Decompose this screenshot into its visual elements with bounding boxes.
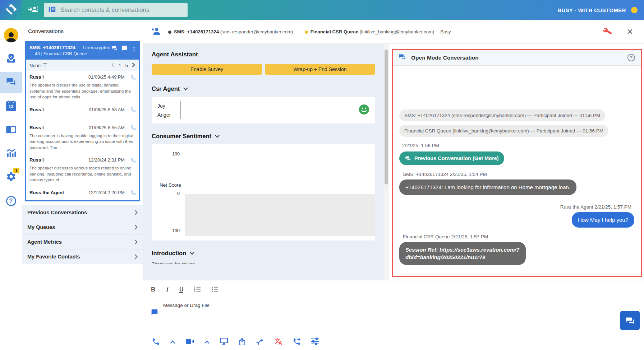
- consumer-sentiment-section[interactable]: Consumer Sentiment: [152, 133, 375, 140]
- smiley-face-icon: [359, 104, 369, 116]
- add-contact-icon[interactable]: [27, 5, 38, 15]
- agent-emotion-card: Joy Anger: [152, 97, 375, 123]
- conversation-list-item[interactable]: Russ I01/06/25 8:58 AM: [26, 104, 139, 122]
- message-history: SMS: +14026171324 (sms-responder@cmybank…: [393, 66, 641, 276]
- sidebar-item-calendar[interactable]: 12: [0, 95, 22, 117]
- scrollbar-track[interactable]: [384, 44, 389, 280]
- active-conversation-card[interactable]: SMS: +14026171324 — Unencrypted 43 | Fin…: [25, 41, 140, 201]
- ordered-list-button[interactable]: [194, 286, 201, 294]
- page-prev-icon[interactable]: [111, 62, 115, 69]
- message-meta: Financial CSR Queue 2/21/25, 1:57 PM: [403, 234, 488, 239]
- chat-icon[interactable]: [121, 45, 128, 53]
- active-conversation-header[interactable]: SMS: +14026171324 — Unencrypted 43 | Fin…: [26, 42, 139, 60]
- status-dot-icon: [631, 7, 638, 13]
- settings-sliders-button[interactable]: [311, 337, 319, 347]
- section-agent-metrics[interactable]: Agent Metrics: [22, 235, 143, 249]
- message-composer: B I U Message or Drag File: [143, 280, 644, 334]
- page-next-icon[interactable]: [132, 62, 135, 69]
- phone-call-icon[interactable]: [130, 125, 136, 132]
- sidebar-item-conversations[interactable]: [0, 72, 22, 93]
- more-options-icon[interactable]: ⋮: [131, 46, 137, 52]
- nav-rail: 12 1 ?: [0, 20, 22, 350]
- conversation-snippet: The speakers discuss the use of digital …: [29, 82, 135, 100]
- conversation-list-item[interactable]: Russ the Agent12/12/24 2:20 PM: [26, 187, 139, 200]
- conversation-snippet: The speaker discusses various topics rel…: [29, 165, 135, 183]
- conversation-list-item[interactable]: Russ I01/08/25 4:49 PM The speakers disc…: [26, 71, 139, 104]
- send-message-button[interactable]: [620, 311, 640, 330]
- message-placeholder: Message or Drag File: [163, 303, 210, 308]
- y-axis-label: Net Score: [160, 182, 181, 188]
- call-transfer-button[interactable]: [293, 337, 301, 347]
- video-options-chevron[interactable]: [204, 339, 210, 345]
- bold-button[interactable]: B: [151, 286, 155, 293]
- open-mode-header: Open Mode Conversation ?: [393, 50, 641, 66]
- conversation-list-item[interactable]: Russ I01/06/25 8:55 AM The customer is h…: [26, 122, 139, 154]
- translate-button[interactable]: [274, 337, 282, 347]
- previous-conversation-label: Previous Conversation (Get More): [414, 155, 498, 161]
- divider: [180, 101, 181, 119]
- italic-button[interactable]: I: [166, 286, 169, 293]
- sidebar-item-inbox[interactable]: [0, 48, 22, 70]
- metrics-chart-icon: [6, 148, 17, 160]
- previous-conversation-button[interactable]: Previous Conversation (Get More): [399, 151, 504, 165]
- section-my-favorite-contacts[interactable]: My Favorite Contacts: [22, 249, 143, 264]
- contact-header: SMS: +14026171324 (sms-responder@cmybank…: [143, 20, 644, 44]
- emotion-label-anger: Anger: [157, 112, 178, 118]
- chat-history-icon[interactable]: [112, 45, 118, 53]
- enable-survey-button[interactable]: Enable Survey: [152, 64, 262, 75]
- video-call-button[interactable]: [185, 338, 194, 346]
- header-queue-address: (linklive_banking@cmybanker.com) —: [358, 29, 440, 34]
- top-bar: BUSY - WITH CUSTOMER: [0, 0, 644, 20]
- agent-status[interactable]: BUSY - WITH CUSTOMER: [557, 7, 638, 13]
- share-file-button[interactable]: [238, 337, 246, 347]
- sentiment-plot-area: [185, 149, 375, 236]
- smart-transfer-icon[interactable]: [256, 337, 264, 347]
- settings-badge: 1: [13, 168, 19, 173]
- phone-options-chevron[interactable]: [170, 339, 175, 345]
- csr-agent-section[interactable]: Csr Agent: [152, 85, 375, 92]
- filter-icon[interactable]: [43, 63, 47, 68]
- phone-call-icon[interactable]: [130, 74, 136, 81]
- header-sms-address: (sms-responder@cmybanker.com) —: [219, 29, 300, 34]
- introduction-preview: Thank you for calling...: [152, 261, 375, 264]
- tools-wrench-icon[interactable]: [603, 27, 612, 37]
- contact-name: Russ I: [29, 157, 44, 163]
- underline-button[interactable]: U: [179, 287, 184, 293]
- section-previous-conversations[interactable]: Previous Conversations: [22, 205, 143, 220]
- help-question-icon[interactable]: ?: [627, 54, 635, 61]
- search-input[interactable]: [60, 6, 183, 14]
- help-icon: ?: [6, 196, 16, 206]
- open-mode-title: Open Mode Conversation: [411, 55, 479, 61]
- wrapup-end-session-button[interactable]: Wrap-up + End Session: [265, 64, 375, 75]
- close-icon[interactable]: ✕: [627, 28, 633, 36]
- screen-share-button[interactable]: [220, 337, 228, 347]
- message-input[interactable]: Message or Drag File: [151, 302, 474, 323]
- session-ref-line1: Session Ref: https://sec3aws.revation.co…: [405, 246, 520, 253]
- introduction-section[interactable]: Introduction: [152, 250, 375, 257]
- sidebar-item-metrics[interactable]: [0, 143, 22, 164]
- phone-call-icon[interactable]: [130, 157, 136, 164]
- message-meta: Russ the Agent 2/21/25, 1:57 PM: [560, 204, 631, 210]
- call-toolbar: [143, 334, 644, 350]
- ytick-100: 100: [172, 151, 180, 157]
- person-add-icon[interactable]: [151, 27, 161, 37]
- sidebar-item-help[interactable]: ?: [0, 190, 22, 212]
- forum-chat-icon: [625, 316, 635, 326]
- phone-call-icon[interactable]: [130, 107, 136, 114]
- sidebar-item-profile[interactable]: [0, 24, 22, 46]
- contact-keypad-icon: [48, 5, 56, 15]
- status-label: BUSY - WITH CUSTOMER: [557, 7, 626, 13]
- sidebar-item-settings[interactable]: 1: [0, 167, 22, 188]
- scrollbar-thumb[interactable]: [385, 50, 388, 185]
- phone-call-button[interactable]: [152, 337, 160, 347]
- diamond-logo-icon: [6, 4, 17, 16]
- bullet-list-button[interactable]: [212, 286, 218, 294]
- encryption-label: — Unencrypted: [75, 45, 111, 50]
- section-my-queues[interactable]: My Queues: [22, 220, 143, 235]
- phone-call-icon[interactable]: [130, 190, 136, 197]
- sentiment-chart: 100 Net Score 0 -100: [152, 144, 375, 241]
- global-search[interactable]: [44, 3, 188, 17]
- sidebar-item-directory[interactable]: [0, 119, 22, 141]
- filter-label[interactable]: None: [29, 63, 41, 68]
- conversation-list-item[interactable]: Russ I12/20/24 2:31 PM The speaker discu…: [26, 154, 139, 187]
